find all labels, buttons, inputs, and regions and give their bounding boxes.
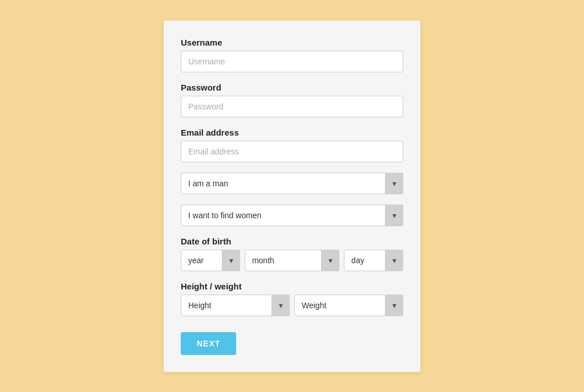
username-input[interactable] (181, 51, 403, 72)
gender-group: I am a man I am a woman (181, 173, 403, 194)
day-select-wrapper: day 12345 678910 1520253031 (344, 250, 403, 271)
find-group: I want to find women I want to find men (181, 205, 403, 226)
dob-row: year 2000199919981997 1996199519901985 1… (181, 250, 403, 271)
username-label: Username (181, 38, 403, 47)
username-group: Username (181, 38, 403, 72)
password-label: Password (181, 83, 403, 92)
password-input[interactable] (181, 96, 403, 117)
year-select-wrapper: year 2000199919981997 1996199519901985 1… (181, 250, 240, 271)
month-select[interactable]: month JanuaryFebruaryMarch AprilMayJune … (245, 250, 339, 271)
dob-label: Date of birth (181, 236, 403, 246)
gender-select-wrapper: I am a man I am a woman (181, 173, 403, 194)
email-input[interactable] (181, 141, 403, 162)
day-select[interactable]: day 12345 678910 1520253031 (344, 250, 403, 271)
find-select-wrapper: I want to find women I want to find men (181, 205, 403, 226)
email-label: Email address (181, 128, 403, 137)
weight-select-wrapper: Weight 50 kg55 kg60 kg 65 kg70 kg75 kg 8… (294, 295, 403, 316)
height-select[interactable]: Height 150 cm155 cm160 cm 165 cm170 cm17… (181, 295, 290, 316)
gender-select[interactable]: I am a man I am a woman (181, 173, 403, 194)
registration-form: Username Password Email address I am a m… (164, 21, 420, 372)
weight-select[interactable]: Weight 50 kg55 kg60 kg 65 kg70 kg75 kg 8… (294, 295, 403, 316)
hw-label: Height / weight (181, 281, 403, 291)
password-group: Password (181, 83, 403, 117)
month-select-wrapper: month JanuaryFebruaryMarch AprilMayJune … (245, 250, 339, 271)
hw-row: Height 150 cm155 cm160 cm 165 cm170 cm17… (181, 295, 403, 316)
dob-group: Date of birth year 2000199919981997 1996… (181, 236, 403, 271)
year-select[interactable]: year 2000199919981997 1996199519901985 1… (181, 250, 240, 271)
hw-group: Height / weight Height 150 cm155 cm160 c… (181, 281, 403, 316)
height-select-wrapper: Height 150 cm155 cm160 cm 165 cm170 cm17… (181, 295, 290, 316)
find-select[interactable]: I want to find women I want to find men (181, 205, 403, 226)
next-button[interactable]: NEXT (181, 332, 236, 355)
email-group: Email address (181, 128, 403, 162)
